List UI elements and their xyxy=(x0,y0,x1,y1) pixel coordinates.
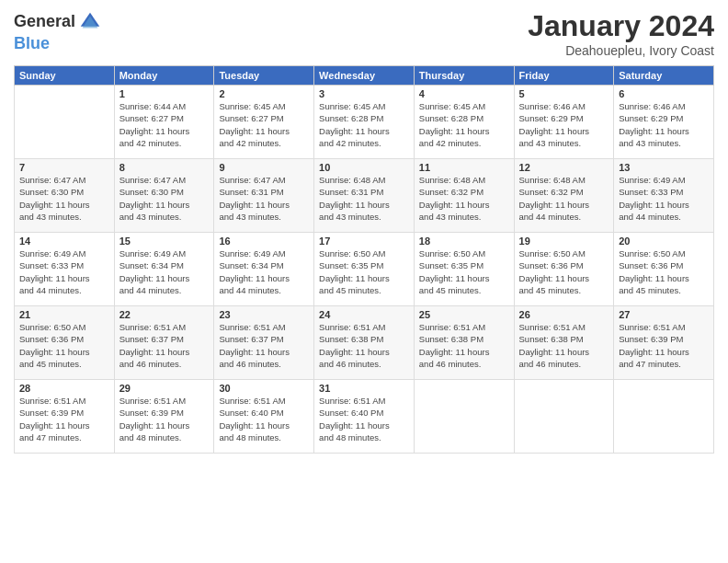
calendar-cell: 4Sunrise: 6:45 AMSunset: 6:28 PMDaylight… xyxy=(414,86,514,159)
day-info: Sunrise: 6:50 AMSunset: 6:35 PMDaylight:… xyxy=(419,247,509,296)
day-info: Sunrise: 6:45 AMSunset: 6:28 PMDaylight:… xyxy=(319,100,409,149)
day-number: 18 xyxy=(419,236,509,247)
week-row-1: 1Sunrise: 6:44 AMSunset: 6:27 PMDaylight… xyxy=(15,86,714,159)
calendar-cell: 7Sunrise: 6:47 AMSunset: 6:30 PMDaylight… xyxy=(15,159,115,233)
day-number: 14 xyxy=(19,236,109,247)
day-number: 11 xyxy=(419,162,509,173)
calendar-cell: 9Sunrise: 6:47 AMSunset: 6:31 PMDaylight… xyxy=(214,159,314,233)
calendar-cell: 17Sunrise: 6:50 AMSunset: 6:35 PMDayligh… xyxy=(314,233,415,306)
day-info: Sunrise: 6:51 AMSunset: 6:39 PMDaylight:… xyxy=(119,395,210,443)
day-info: Sunrise: 6:51 AMSunset: 6:39 PMDaylight:… xyxy=(19,395,109,443)
calendar-cell: 18Sunrise: 6:50 AMSunset: 6:35 PMDayligh… xyxy=(414,233,514,306)
location-subtitle: Deahouepleu, Ivory Coast xyxy=(528,43,714,58)
day-number: 28 xyxy=(19,383,109,394)
day-number: 23 xyxy=(219,309,309,320)
day-number: 22 xyxy=(119,309,210,320)
calendar-cell xyxy=(614,380,714,454)
calendar-cell: 12Sunrise: 6:48 AMSunset: 6:32 PMDayligh… xyxy=(514,159,614,233)
day-number: 6 xyxy=(619,88,709,99)
day-info: Sunrise: 6:48 AMSunset: 6:31 PMDaylight:… xyxy=(319,174,409,223)
calendar-cell: 13Sunrise: 6:49 AMSunset: 6:33 PMDayligh… xyxy=(614,159,714,233)
day-info: Sunrise: 6:48 AMSunset: 6:32 PMDaylight:… xyxy=(519,174,609,223)
day-info: Sunrise: 6:45 AMSunset: 6:27 PMDaylight:… xyxy=(219,100,309,149)
day-info: Sunrise: 6:51 AMSunset: 6:40 PMDaylight:… xyxy=(219,395,309,443)
week-row-5: 28Sunrise: 6:51 AMSunset: 6:39 PMDayligh… xyxy=(15,380,714,454)
day-info: Sunrise: 6:51 AMSunset: 6:37 PMDaylight:… xyxy=(219,321,309,370)
day-info: Sunrise: 6:49 AMSunset: 6:34 PMDaylight:… xyxy=(119,247,210,296)
weekday-header-monday: Monday xyxy=(114,66,214,86)
day-info: Sunrise: 6:51 AMSunset: 6:40 PMDaylight:… xyxy=(319,395,409,443)
calendar-cell: 31Sunrise: 6:51 AMSunset: 6:40 PMDayligh… xyxy=(314,380,415,454)
day-info: Sunrise: 6:45 AMSunset: 6:28 PMDaylight:… xyxy=(419,100,509,149)
day-number: 21 xyxy=(19,309,109,320)
calendar-cell xyxy=(414,380,514,454)
day-number: 4 xyxy=(419,88,509,99)
week-row-4: 21Sunrise: 6:50 AMSunset: 6:36 PMDayligh… xyxy=(15,306,714,380)
day-info: Sunrise: 6:50 AMSunset: 6:36 PMDaylight:… xyxy=(619,247,709,296)
day-number: 3 xyxy=(319,88,409,99)
calendar-cell: 23Sunrise: 6:51 AMSunset: 6:37 PMDayligh… xyxy=(214,306,314,380)
day-info: Sunrise: 6:47 AMSunset: 6:30 PMDaylight:… xyxy=(19,174,109,223)
calendar-cell: 11Sunrise: 6:48 AMSunset: 6:32 PMDayligh… xyxy=(414,159,514,233)
day-number: 25 xyxy=(419,309,509,320)
week-row-3: 14Sunrise: 6:49 AMSunset: 6:33 PMDayligh… xyxy=(15,233,714,306)
day-number: 2 xyxy=(219,88,309,99)
weekday-header-friday: Friday xyxy=(514,66,614,86)
day-number: 10 xyxy=(319,162,409,173)
weekday-header-sunday: Sunday xyxy=(15,66,115,86)
logo-general: General xyxy=(14,13,75,31)
day-number: 24 xyxy=(319,309,409,320)
calendar-table: SundayMondayTuesdayWednesdayThursdayFrid… xyxy=(14,65,714,454)
day-number: 16 xyxy=(219,236,309,247)
logo-blue: Blue xyxy=(14,34,50,52)
calendar-cell xyxy=(514,380,614,454)
day-number: 5 xyxy=(519,88,609,99)
day-number: 30 xyxy=(219,383,309,394)
calendar-cell: 19Sunrise: 6:50 AMSunset: 6:36 PMDayligh… xyxy=(514,233,614,306)
calendar-cell: 1Sunrise: 6:44 AMSunset: 6:27 PMDaylight… xyxy=(114,86,214,159)
day-info: Sunrise: 6:51 AMSunset: 6:38 PMDaylight:… xyxy=(319,321,409,370)
day-number: 8 xyxy=(119,162,210,173)
month-title: January 2024 xyxy=(528,9,714,43)
day-info: Sunrise: 6:51 AMSunset: 6:38 PMDaylight:… xyxy=(419,321,509,370)
day-number: 29 xyxy=(119,383,210,394)
weekday-header-thursday: Thursday xyxy=(414,66,514,86)
day-info: Sunrise: 6:47 AMSunset: 6:31 PMDaylight:… xyxy=(219,174,309,223)
calendar-cell xyxy=(15,86,115,159)
calendar-cell: 24Sunrise: 6:51 AMSunset: 6:38 PMDayligh… xyxy=(314,306,415,380)
calendar-cell: 14Sunrise: 6:49 AMSunset: 6:33 PMDayligh… xyxy=(15,233,115,306)
day-info: Sunrise: 6:49 AMSunset: 6:33 PMDaylight:… xyxy=(19,247,109,296)
day-info: Sunrise: 6:49 AMSunset: 6:33 PMDaylight:… xyxy=(619,174,709,223)
day-number: 12 xyxy=(519,162,609,173)
day-number: 15 xyxy=(119,236,210,247)
day-number: 17 xyxy=(319,236,409,247)
weekday-header-row: SundayMondayTuesdayWednesdayThursdayFrid… xyxy=(15,66,714,86)
logo: General Blue xyxy=(14,9,103,53)
day-info: Sunrise: 6:46 AMSunset: 6:29 PMDaylight:… xyxy=(619,100,709,149)
day-info: Sunrise: 6:51 AMSunset: 6:39 PMDaylight:… xyxy=(619,321,709,370)
calendar-cell: 16Sunrise: 6:49 AMSunset: 6:34 PMDayligh… xyxy=(214,233,314,306)
title-block: January 2024 Deahouepleu, Ivory Coast xyxy=(528,9,714,58)
day-info: Sunrise: 6:50 AMSunset: 6:36 PMDaylight:… xyxy=(19,321,109,370)
calendar-cell: 22Sunrise: 6:51 AMSunset: 6:37 PMDayligh… xyxy=(114,306,214,380)
day-info: Sunrise: 6:50 AMSunset: 6:35 PMDaylight:… xyxy=(319,247,409,296)
day-number: 26 xyxy=(519,309,609,320)
day-number: 19 xyxy=(519,236,609,247)
day-number: 13 xyxy=(619,162,709,173)
day-number: 7 xyxy=(19,162,109,173)
day-info: Sunrise: 6:46 AMSunset: 6:29 PMDaylight:… xyxy=(519,100,609,149)
calendar-cell: 15Sunrise: 6:49 AMSunset: 6:34 PMDayligh… xyxy=(114,233,214,306)
day-number: 20 xyxy=(619,236,709,247)
calendar-cell: 10Sunrise: 6:48 AMSunset: 6:31 PMDayligh… xyxy=(314,159,415,233)
calendar-cell: 20Sunrise: 6:50 AMSunset: 6:36 PMDayligh… xyxy=(614,233,714,306)
calendar-cell: 8Sunrise: 6:47 AMSunset: 6:30 PMDaylight… xyxy=(114,159,214,233)
day-info: Sunrise: 6:50 AMSunset: 6:36 PMDaylight:… xyxy=(519,247,609,296)
calendar-cell: 3Sunrise: 6:45 AMSunset: 6:28 PMDaylight… xyxy=(314,86,415,159)
day-info: Sunrise: 6:51 AMSunset: 6:37 PMDaylight:… xyxy=(119,321,210,370)
calendar-cell: 30Sunrise: 6:51 AMSunset: 6:40 PMDayligh… xyxy=(214,380,314,454)
calendar-cell: 28Sunrise: 6:51 AMSunset: 6:39 PMDayligh… xyxy=(15,380,115,454)
day-info: Sunrise: 6:47 AMSunset: 6:30 PMDaylight:… xyxy=(119,174,210,223)
weekday-header-saturday: Saturday xyxy=(614,66,714,86)
header: General Blue January 2024 Deahouepleu, I… xyxy=(14,9,714,58)
page: General Blue January 2024 Deahouepleu, I… xyxy=(0,0,728,563)
